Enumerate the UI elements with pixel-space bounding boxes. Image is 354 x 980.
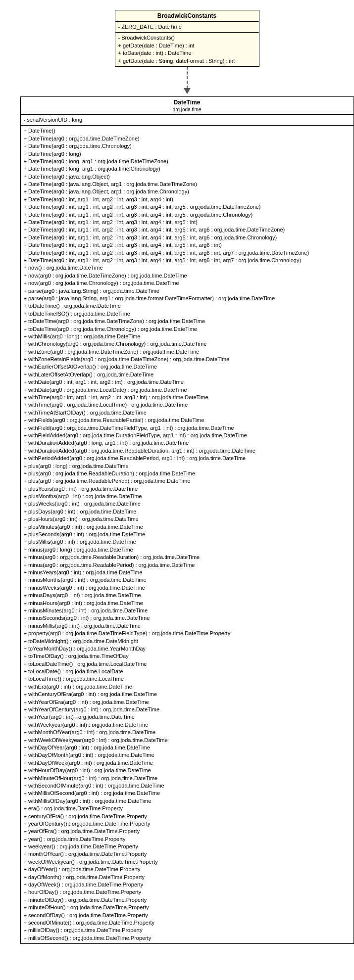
method-row: + minus(arg0 : org.joda.time.ReadableDur… — [24, 554, 351, 561]
method-row: + DateTime(arg0 : org.joda.time.Chronolo… — [24, 142, 351, 150]
method-row: + withFieldAdded(arg0 : org.joda.time.Du… — [24, 432, 351, 439]
method-row: + withZoneRetainFields(arg0 : org.joda.t… — [24, 356, 351, 363]
method-row: + plusMonths(arg0 : int) : org.joda.time… — [24, 493, 351, 500]
method-row: + toDateTime() : org.joda.time.DateTime — [24, 302, 351, 310]
method-row: + yearOfCentury() : org.joda.time.DateTi… — [24, 820, 351, 828]
method-row: + withPeriodAdded(arg0 : org.joda.time.R… — [24, 455, 351, 462]
dependency-connector — [182, 67, 192, 96]
uml-class-broadwickconstants: BroadwickConstants - ZERO_DATE : DateTim… — [115, 10, 259, 67]
method-row: + DateTime(arg0 : int, arg1 : int, arg2 … — [24, 241, 351, 249]
method-row: + minusHours(arg0 : int) : org.joda.time… — [24, 600, 351, 607]
method-row: + DateTime(arg0 : java.lang.Object, arg1… — [24, 188, 351, 195]
method-row: + minus(arg0 : long) : org.joda.time.Dat… — [24, 546, 351, 554]
method-row: + withYearOfCentury(arg0 : int) : org.jo… — [24, 706, 351, 713]
method-row: + now(arg0 : org.joda.time.Chronology) :… — [24, 280, 351, 287]
method-row: + DateTime(arg0 : long, arg1 : org.joda.… — [24, 165, 351, 173]
uml-class-datetime: DateTime org.joda.time - serialVersionUI… — [20, 96, 354, 944]
method-row: + minuteOfDay() : org.joda.time.DateTime… — [24, 896, 351, 904]
method-row: + withEra(arg0 : int) : org.joda.time.Da… — [24, 683, 351, 691]
method-row: + millisOfSecond() : org.joda.time.DateT… — [24, 934, 351, 942]
method-row: + toDateTime(arg0 : org.joda.time.DateTi… — [24, 318, 351, 325]
method-row: + dayOfMonth() : org.joda.time.DateTime.… — [24, 874, 351, 881]
method-row: + withWeekyear(arg0 : int) : org.joda.ti… — [24, 721, 351, 729]
method-row: + withField(arg0 : org.joda.time.DateTim… — [24, 424, 351, 432]
method-row: + toLocalTime() : org.joda.time.LocalTim… — [24, 675, 351, 683]
method-row: + withMillis(arg0 : long) : org.joda.tim… — [24, 333, 351, 340]
fields-section: - ZERO_DATE : DateTime — [115, 22, 259, 33]
method-row: + DateTime(arg0 : org.joda.time.DateTime… — [24, 135, 351, 142]
fields-section: - serialVersionUID : long — [21, 115, 354, 126]
methods-section: + DateTime()+ DateTime(arg0 : org.joda.t… — [21, 126, 354, 943]
method-row: + property(arg0 : org.joda.time.DateTime… — [24, 630, 351, 637]
method-row: + withDayOfWeek(arg0 : int) : org.joda.t… — [24, 759, 351, 767]
method-row: + hourOfDay() : org.joda.time.DateTime.P… — [24, 888, 351, 896]
method-row: + withMonthOfYear(arg0 : int) : org.joda… — [24, 729, 351, 736]
method-row: + DateTime(arg0 : int, arg1 : int, arg2 … — [24, 234, 351, 241]
method-row: + plusSeconds(arg0 : int) : org.joda.tim… — [24, 531, 351, 538]
field-row: - ZERO_DATE : DateTime — [118, 23, 256, 31]
method-row: + toTimeOfDay() : org.joda.time.TimeOfDa… — [24, 653, 351, 660]
method-row: + withTime(arg0 : org.joda.time.LocalTim… — [24, 401, 351, 409]
class-title: DateTime — [21, 97, 354, 106]
method-row: + withCenturyOfEra(arg0 : int) : org.jod… — [24, 691, 351, 698]
method-row: + DateTime(arg0 : java.lang.Object, arg1… — [24, 181, 351, 188]
method-row: + yearOfEra() : org.joda.time.DateTime.P… — [24, 828, 351, 835]
method-row: + now(arg0 : org.joda.time.DateTimeZone)… — [24, 272, 351, 280]
method-row: + withWeekOfWeekyear(arg0 : int) : org.j… — [24, 737, 351, 744]
method-row: - BroadwickConstants() — [118, 34, 256, 42]
method-row: + centuryOfEra() : org.joda.time.DateTim… — [24, 813, 351, 820]
method-row: + DateTime(arg0 : int, arg1 : int, arg2 … — [24, 211, 351, 219]
method-row: + weekOfWeekyear() : org.joda.time.DateT… — [24, 858, 351, 866]
method-row: + millisOfDay() : org.joda.time.DateTime… — [24, 927, 351, 934]
method-row: + withDate(arg0 : int, arg1 : int, arg2 … — [24, 378, 351, 386]
arrowhead-icon — [184, 88, 191, 94]
method-row: + plus(arg0 : org.joda.time.ReadablePeri… — [24, 477, 351, 485]
method-row: + minusYears(arg0 : int) : org.joda.time… — [24, 569, 351, 576]
method-row: + year() : org.joda.time.DateTime.Proper… — [24, 836, 351, 843]
method-row: + parse(arg0 : java.lang.String) : org.j… — [24, 287, 351, 295]
method-row: + era() : org.joda.time.DateTime.Propert… — [24, 805, 351, 812]
method-row: + plusHours(arg0 : int) : org.joda.time.… — [24, 515, 351, 523]
method-row: + toLocalDate() : org.joda.time.LocalDat… — [24, 668, 351, 675]
method-row: + withMillisOfSecond(arg0 : int) : org.j… — [24, 790, 351, 797]
methods-section: - BroadwickConstants()+ getDate(date : D… — [115, 33, 259, 66]
dashed-line — [187, 67, 188, 89]
method-row: + withChronology(arg0 : org.joda.time.Ch… — [24, 340, 351, 348]
method-row: + DateTime(arg0 : int, arg1 : int, arg2 … — [24, 257, 351, 264]
class-package: org.joda.time — [21, 106, 354, 115]
method-row: + secondOfMinute() : org.joda.time.DateT… — [24, 919, 351, 927]
method-row: + getDate(date : String, dateFormat : St… — [118, 57, 256, 65]
method-row: + toDateTime(arg0 : org.joda.time.Chrono… — [24, 326, 351, 333]
method-row: + withFields(arg0 : org.joda.time.Readab… — [24, 417, 351, 424]
method-row: + plusWeeks(arg0 : int) : org.joda.time.… — [24, 500, 351, 508]
method-row: + plus(arg0 : long) : org.joda.time.Date… — [24, 463, 351, 470]
method-row: + withMillisOfDay(arg0 : int) : org.joda… — [24, 797, 351, 805]
method-row: + withSecondOfMinute(arg0 : int) : org.j… — [24, 782, 351, 790]
method-row: + withEarlierOffsetAtOverlap() : org.jod… — [24, 363, 351, 371]
method-row: + plusYears(arg0 : int) : org.joda.time.… — [24, 485, 351, 493]
method-row: + toYearMonthDay() : org.joda.time.YearM… — [24, 645, 351, 653]
method-row: + withZone(arg0 : org.joda.time.DateTime… — [24, 348, 351, 356]
method-row: + toDateMidnight() : org.joda.time.DateM… — [24, 638, 351, 645]
method-row: + minusDays(arg0 : int) : org.joda.time.… — [24, 592, 351, 599]
method-row: + withDayOfYear(arg0 : int) : org.joda.t… — [24, 744, 351, 751]
method-row: + minuteOfHour() : org.joda.time.DateTim… — [24, 904, 351, 911]
method-row: + withTimeAtStartOfDay() : org.joda.time… — [24, 409, 351, 417]
method-row: + dayOfYear() : org.joda.time.DateTime.P… — [24, 866, 351, 873]
class-title: BroadwickConstants — [115, 10, 259, 22]
method-row: + secondOfDay() : org.joda.time.DateTime… — [24, 912, 351, 919]
method-row: + withDate(arg0 : org.joda.time.LocalDat… — [24, 386, 351, 394]
method-row: + withHourOfDay(arg0 : int) : org.joda.t… — [24, 767, 351, 774]
method-row: + DateTime(arg0 : java.lang.Object) — [24, 173, 351, 181]
method-row: + minusSeconds(arg0 : int) : org.joda.ti… — [24, 614, 351, 622]
method-row: + toLocalDateTime() : org.joda.time.Loca… — [24, 660, 351, 668]
field-row: - serialVersionUID : long — [24, 116, 351, 124]
method-row: + DateTime(arg0 : long, arg1 : org.joda.… — [24, 158, 351, 165]
method-row: + now() : org.joda.time.DateTime — [24, 264, 351, 272]
method-row: + withMinuteOfHour(arg0 : int) : org.jod… — [24, 775, 351, 782]
method-row: + minusMinutes(arg0 : int) : org.joda.ti… — [24, 607, 351, 614]
method-row: + DateTime(arg0 : int, arg1 : int, arg2 … — [24, 249, 351, 257]
method-row: + withDurationAdded(arg0 : org.joda.time… — [24, 447, 351, 455]
method-row: + plusMinutes(arg0 : int) : org.joda.tim… — [24, 523, 351, 531]
method-row: + toDate(date : int) : DateTime — [118, 49, 256, 57]
